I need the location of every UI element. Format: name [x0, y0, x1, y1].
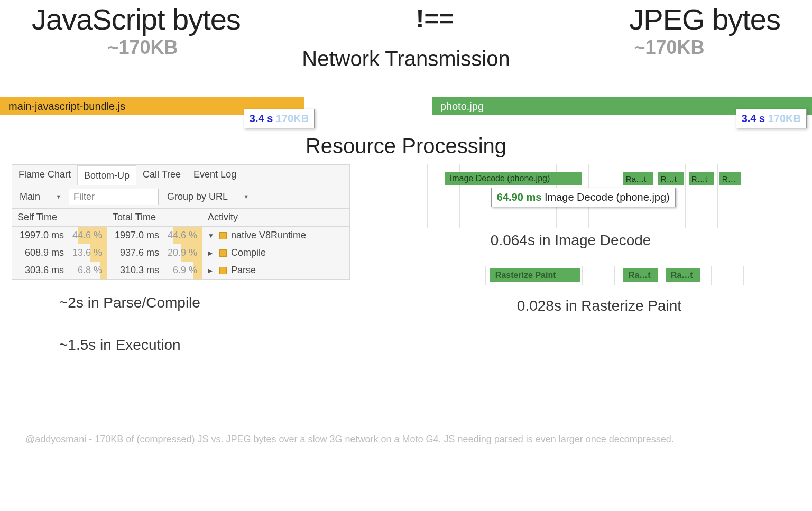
raster-slice: Ra…t: [623, 172, 653, 185]
table-row[interactable]: 303.6 ms6.8 %310.3 ms6.9 %▶Parse: [12, 262, 349, 279]
table-row[interactable]: 608.9 ms13.6 %937.6 ms20.9 %▶Compile: [12, 244, 349, 262]
summary-rasterize: 0.028s in Rasterize Paint: [517, 298, 800, 314]
col-activity: Activity: [202, 209, 349, 226]
tab-flame-chart[interactable]: Flame Chart: [12, 165, 77, 185]
raster-slice: R…t: [658, 172, 684, 185]
table-body: 1997.0 ms44.6 %1997.0 ms44.6 %▼native V8…: [12, 227, 349, 279]
thread-select[interactable]: Main: [15, 189, 64, 205]
tab-event-log[interactable]: Event Log: [187, 165, 243, 185]
js-tooltip: 3.4 s 170KB: [244, 109, 315, 128]
jpeg-time: 3.4 s: [742, 113, 765, 124]
title-row: JavaScript bytes !== JPEG bytes: [0, 0, 812, 36]
raster-slice: R…t: [689, 172, 714, 185]
image-decode-ms: 64.90 ms: [497, 191, 542, 203]
rasterize-slice: Ra…t: [623, 268, 658, 282]
image-decode-tip-label: Image Decode (phone.jpg): [545, 191, 670, 203]
section-network-title: Network Transmission: [302, 47, 510, 71]
caption: @addyosmani - 170KB of (compressed) JS v…: [0, 413, 812, 450]
jpeg-processing-col: Image Decode (phone.jpg) Ra…t R…t R…t R……: [422, 164, 800, 413]
js-time: 3.4 s: [250, 113, 273, 124]
jpeg-tooltip: 3.4 s 170KB: [736, 109, 807, 128]
js-size: ~170KB: [32, 36, 254, 60]
sizes-row: ~170KB Network Transmission ~170KB: [0, 36, 812, 60]
processing-row: Flame Chart Bottom-Up Call Tree Event Lo…: [0, 164, 812, 413]
tab-call-tree[interactable]: Call Tree: [136, 165, 187, 185]
jpeg-size: ~170KB: [558, 36, 780, 60]
group-select[interactable]: Group by URL: [163, 189, 252, 205]
image-decode-tooltip: 64.90 ms Image Decode (phone.jpg): [491, 188, 676, 207]
summary-execution: ~1.5s in Execution: [59, 337, 202, 354]
devtools-panel: Flame Chart Bottom-Up Call Tree Event Lo…: [12, 164, 350, 280]
col-total: Total Time: [107, 209, 202, 226]
table-header: Self Time Total Time Activity: [12, 209, 349, 227]
title-neq: !==: [416, 2, 454, 33]
section-processing-title: Resource Processing: [0, 134, 812, 158]
network-jpeg-col: photo.jpg 3.4 s 170KB: [422, 97, 812, 115]
jpeg-size-tip: 170KB: [768, 113, 801, 124]
table-row[interactable]: 1997.0 ms44.6 %1997.0 ms44.6 %▼native V8…: [12, 227, 349, 244]
raster-slice: R…: [719, 172, 741, 185]
rasterize-slice: Ra…t: [666, 268, 700, 282]
filter-input[interactable]: [69, 189, 159, 205]
summary-parse-compile: ~2s in Parse/Compile: [59, 294, 390, 311]
tab-bottom-up[interactable]: Bottom-Up: [77, 165, 136, 185]
js-processing-col: Flame Chart Bottom-Up Call Tree Event Lo…: [12, 164, 390, 413]
devtools-filters: Main Group by URL: [12, 185, 349, 209]
rasterize-timeline: Rasterize Paint Ra…t Ra…t: [485, 266, 760, 285]
image-decode-segment: Image Decode (phone.jpg): [445, 172, 582, 185]
rasterize-segment: Rasterize Paint: [490, 268, 580, 282]
network-js-col: main-javascript-bundle.js 3.4 s 170KB: [0, 97, 390, 115]
summary-image-decode: 0.064s in Image Decode: [491, 232, 800, 249]
js-size-tip: 170KB: [276, 113, 309, 124]
title-js: JavaScript bytes: [32, 2, 241, 36]
title-jpeg: JPEG bytes: [629, 2, 780, 36]
image-decode-timeline: Image Decode (phone.jpg) Ra…t R…t R…t R……: [427, 164, 800, 228]
devtools-tabs: Flame Chart Bottom-Up Call Tree Event Lo…: [12, 165, 349, 185]
col-self: Self Time: [12, 209, 107, 226]
